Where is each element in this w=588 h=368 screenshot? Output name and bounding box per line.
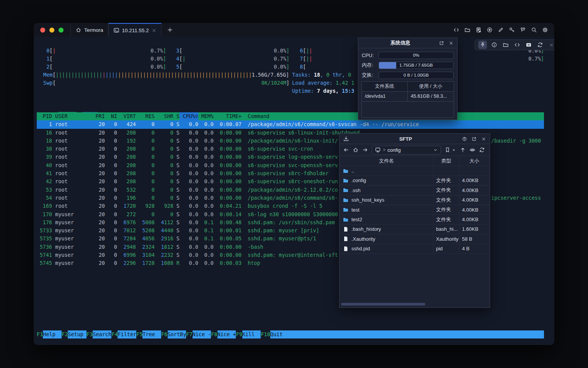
refresh-icon[interactable] <box>536 41 544 49</box>
memory-meter: Mem[||||||||||||||||||||||||||||||||||||… <box>43 71 289 79</box>
file-type: pid <box>433 244 459 253</box>
fs-usage: 45.61GB / 58.3... <box>408 92 454 101</box>
fkey-f6[interactable]: F6 <box>161 330 167 338</box>
fkey-f3-label[interactable]: Search <box>93 330 111 338</box>
nvidia-icon[interactable] <box>524 41 533 49</box>
file-icon <box>343 236 349 242</box>
fkey-f7[interactable]: F7 <box>186 330 192 338</box>
help-icon[interactable] <box>462 136 467 141</box>
command-overflow-text: ipcserver-access <box>491 194 541 202</box>
folder-icon[interactable] <box>464 27 470 33</box>
file-row[interactable]: .Xauthority Xauthority 58 B <box>340 234 489 244</box>
download-icon[interactable] <box>343 136 349 142</box>
close-icon[interactable] <box>449 41 454 46</box>
sftp-horizontal-scrollbar[interactable] <box>341 303 425 306</box>
process-row[interactable]: 1root20042400S0.00.00:00.07/package/admi… <box>37 120 544 128</box>
system-info-header: 系统信息 <box>358 38 457 48</box>
file-size: 1.60KB <box>459 225 489 234</box>
fs-col-usage: 使用 / 大小 <box>408 82 454 91</box>
code-icon[interactable] <box>513 41 521 49</box>
close-icon[interactable] <box>547 41 554 49</box>
fkey-f9[interactable]: F9 <box>236 330 242 338</box>
file-size: 4.00KB <box>459 196 489 205</box>
fkey-f8[interactable]: F8 <box>211 330 217 338</box>
gear-icon[interactable] <box>542 27 548 33</box>
titlebar: Termora 10.211.55.2 <box>34 23 554 37</box>
file-row[interactable]: sshd.pid pid 4 B <box>340 244 489 254</box>
session-log-icon[interactable] <box>475 27 482 33</box>
open-in-window-icon[interactable] <box>472 136 477 141</box>
minimize-window-button[interactable] <box>49 28 54 33</box>
edit-icon[interactable] <box>498 27 504 33</box>
sysinfo-memory-row: 内存:1.75GB / 7.65GB <box>358 60 457 70</box>
show-hidden-icon[interactable] <box>469 147 475 153</box>
path-breadcrumb[interactable]: > config <box>372 146 441 154</box>
file-row[interactable]: .ssh 文件夹 4.00KB <box>340 186 489 195</box>
close-window-button[interactable] <box>40 28 45 33</box>
file-row[interactable]: .. <box>340 166 489 176</box>
fkey-f8-label[interactable]: Nice + <box>217 330 236 338</box>
search-icon[interactable] <box>531 27 537 33</box>
file-row[interactable]: .config 文件夹 4.00KB <box>340 176 489 186</box>
fkey-f4[interactable]: F4 <box>111 330 118 338</box>
fs-col-name: 文件系统 <box>362 82 408 91</box>
fkey-f7-label[interactable]: Nice - <box>193 330 211 338</box>
tab-session[interactable]: 10.211.55.2 <box>108 23 162 37</box>
sysinfo-swap-value: 0 B / 1.00GB <box>379 72 453 79</box>
zoom-window-button[interactable] <box>59 28 64 33</box>
file-row[interactable]: .bash_history bash_hi... 1.60KB <box>340 225 489 234</box>
folder-icon <box>343 187 349 193</box>
record-icon[interactable] <box>487 27 493 33</box>
tab-session-label: 10.211.55.2 <box>122 28 149 33</box>
swap-meter: Swp[0K/1024M] <box>43 79 289 87</box>
tab-close-icon[interactable] <box>152 28 157 33</box>
open-in-window-icon[interactable] <box>439 41 444 46</box>
bookmark-button[interactable] <box>444 147 456 153</box>
upload-icon[interactable] <box>460 147 466 153</box>
file-row[interactable]: test 文件夹 4.00KB <box>340 205 489 215</box>
system-info-panel: 系统信息 CPU:0%内存:1.75GB / 7.65GB交换:0 B / 1.… <box>358 38 457 120</box>
code-icon[interactable] <box>453 27 459 33</box>
fkey-f3[interactable]: F3 <box>87 330 93 338</box>
file-type: 文件夹 <box>433 205 459 214</box>
col-filename[interactable]: 文件名 <box>340 156 433 166</box>
filesystem-row[interactable]: /dev/vda1 45.61GB / 58.3... <box>362 92 454 102</box>
fkey-f10-label[interactable]: Quit <box>270 330 544 338</box>
plus-icon <box>167 27 173 33</box>
col-size[interactable]: 大小 <box>459 156 489 166</box>
sysinfo-cpu-row: CPU:0% <box>358 50 457 60</box>
fkey-f6-label[interactable]: SortBy <box>168 330 186 338</box>
refresh-icon[interactable] <box>479 147 485 153</box>
info-icon[interactable] <box>490 41 498 49</box>
fkey-f1-label[interactable]: Help <box>43 330 62 338</box>
window-controls <box>34 23 70 37</box>
fkey-f10[interactable]: F10 <box>261 330 270 338</box>
system-info-title: 系统信息 <box>362 39 439 46</box>
folder-icon[interactable] <box>501 41 510 49</box>
forward-icon[interactable] <box>362 147 368 153</box>
fkey-f9-label[interactable]: Kill <box>242 330 261 338</box>
fkey-f2-label[interactable]: Setup <box>68 330 87 338</box>
home-icon[interactable] <box>353 147 359 153</box>
new-tab-button[interactable] <box>162 23 178 37</box>
file-size: 4.00KB <box>459 186 489 195</box>
sysinfo-memory-label: 内存: <box>362 62 379 69</box>
col-type[interactable]: 类型 <box>433 156 459 166</box>
close-icon[interactable] <box>481 136 486 141</box>
key-icon[interactable] <box>509 27 515 33</box>
file-row[interactable]: test2 文件夹 4.00KB <box>340 215 489 224</box>
uptime-line: Uptime: 7 days, 15:3 <box>292 87 354 95</box>
tasks-line: Tasks: 18, 0 thr, 0 <box>292 71 354 79</box>
fkey-f5-label[interactable]: Tree <box>142 330 161 338</box>
fkey-f2[interactable]: F2 <box>62 330 68 338</box>
fkey-f5[interactable]: F5 <box>136 330 142 338</box>
sysinfo-cpu-label: CPU: <box>362 53 379 58</box>
fkey-f4-label[interactable]: Filter <box>118 330 136 338</box>
fkey-f1[interactable]: F1 <box>37 330 43 338</box>
pin-icon[interactable] <box>478 41 487 49</box>
chevron-down-icon[interactable] <box>433 148 438 153</box>
keychain-icon[interactable] <box>520 27 526 33</box>
file-row[interactable]: ssh_host_keys 文件夹 4.00KB <box>340 196 489 205</box>
back-icon[interactable] <box>343 147 349 153</box>
tab-termora[interactable]: Termora <box>70 23 108 37</box>
